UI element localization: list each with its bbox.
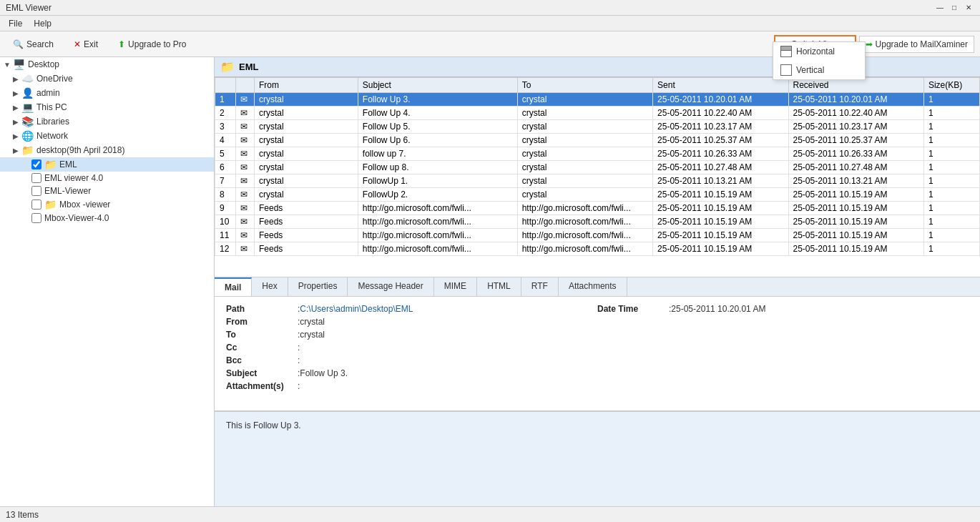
expand-icon: ▶ [11,118,20,126]
table-row[interactable]: 1 ✉ crystal Follow Up 3. crystal 25-05-2… [215,93,980,107]
close-button[interactable]: ✕ [963,2,974,14]
mboxviewer4-checkbox[interactable] [31,213,41,223]
tab-message-header[interactable]: Message Header [348,277,433,296]
row-subject: FollowUp 2. [358,188,517,202]
sidebar-item-desktop9april[interactable]: ▶ 📁 desktop(9th April 2018) [0,143,214,157]
row-subject: FollowUp 1. [358,174,517,188]
desktop-icon: 🖥️ [13,59,25,70]
sidebar-item-eml[interactable]: 📁 EML [0,157,214,172]
exit-button[interactable]: ✕ Exit [67,36,105,52]
sidebar-item-label: Mbox -viewer [59,200,110,210]
row-sent: 25-05-2011 10.25.37 AM [653,134,788,147]
sidebar-item-libraries[interactable]: ▶ 📚 Libraries [0,114,214,129]
row-received: 25-05-2011 10.15.19 AM [788,215,923,229]
row-to: crystal [517,107,652,120]
email-table: From Subject To Sent Received Size(KB) 1… [215,77,980,256]
expand-icon [21,187,30,195]
tab-mime[interactable]: MIME [434,277,477,296]
sidebar-item-label: EML-Viewer [44,186,91,196]
row-subject: Follow Up 6. [358,134,517,147]
sidebar-item-thispc[interactable]: ▶ 💻 This PC [0,100,214,114]
sidebar-item-mboxviewer4[interactable]: Mbox-Viewer-4.0 [0,212,214,225]
row-icon: ✉ [236,202,255,215]
subject-label: Subject [226,368,298,378]
row-icon: ✉ [236,93,255,107]
table-row[interactable]: 5 ✉ crystal follow up 7. crystal 25-05-2… [215,147,980,161]
datetime-value: 25-05-2011 10.20.01 AM [671,304,765,314]
cc-separator: : [298,343,300,353]
table-row[interactable]: 4 ✉ crystal Follow Up 6. crystal 25-05-2… [215,134,980,147]
sidebar-item-emlviewer40[interactable]: EML viewer 4.0 [0,172,214,184]
mail-body-text: This is Follow Up 3. [226,420,301,430]
table-row[interactable]: 8 ✉ crystal FollowUp 2. crystal 25-05-20… [215,188,980,202]
table-row[interactable]: 12 ✉ Feeds http://go.microsoft.com/fwli.… [215,242,980,256]
table-row[interactable]: 7 ✉ crystal FollowUp 1. crystal 25-05-20… [215,174,980,188]
table-row[interactable]: 3 ✉ crystal Follow Up 5. crystal 25-05-2… [215,120,980,134]
sidebar-item-desktop[interactable]: ▼ 🖥️ Desktop [0,57,214,72]
row-size: 1 [923,147,979,161]
sidebar-item-emlviewer[interactable]: EML-Viewer [0,184,214,197]
thispc-icon: 💻 [21,102,34,113]
row-icon: ✉ [236,174,255,188]
row-from: crystal [254,134,358,147]
sidebar-item-onedrive[interactable]: ▶ ☁️ OneDrive [0,72,214,86]
upgrade-pro-button[interactable]: ⬆ Upgrade to Pro [111,36,193,52]
email-folder-icon: 📁 [220,60,235,74]
row-from: crystal [254,174,358,188]
mboxviewer-checkbox[interactable] [31,200,41,210]
menu-file[interactable]: File [3,17,28,30]
horizontal-view-option[interactable]: Horizontal [773,42,865,61]
folder-name: EML [239,61,258,72]
minimize-button[interactable]: — [934,2,946,14]
mail-body: This is Follow Up 3. [215,411,980,506]
subject-row: Subject : Follow Up 3. [226,368,597,378]
col-subject[interactable]: Subject [358,78,517,93]
tab-html[interactable]: HTML [477,277,521,296]
tab-hex[interactable]: Hex [252,277,288,296]
search-button[interactable]: 🔍 Search [6,36,61,52]
row-size: 1 [923,242,979,256]
col-size[interactable]: Size(KB) [923,78,979,93]
to-label: To [226,330,298,340]
col-sent[interactable]: Sent [653,78,788,93]
row-icon: ✉ [236,242,255,256]
row-to: http://go.microsoft.com/fwli... [517,229,652,242]
row-sent: 25-05-2011 10.15.19 AM [653,202,788,215]
vertical-view-option[interactable]: Vertical [773,61,865,79]
mail-detail-left: Path : C:\Users\admin\Desktop\EML From :… [226,304,597,403]
window-title: EML Viewer [6,3,52,13]
email-table-wrapper[interactable]: From Subject To Sent Received Size(KB) 1… [215,77,980,277]
emlviewer40-checkbox[interactable] [31,173,41,183]
right-panel: 📁 EML From Subject To Sent Received Size… [215,57,980,506]
row-subject: http://go.microsoft.com/fwli... [358,202,517,215]
eml-checkbox[interactable] [31,159,41,169]
sidebar: ▼ 🖥️ Desktop ▶ ☁️ OneDrive ▶ 👤 admin ▶ 💻… [0,57,215,506]
table-row[interactable]: 2 ✉ crystal Follow Up 4. crystal 25-05-2… [215,107,980,120]
row-from: crystal [254,188,358,202]
sidebar-item-network[interactable]: ▶ 🌐 Network [0,129,214,143]
maximize-button[interactable]: □ [949,2,960,14]
table-row[interactable]: 10 ✉ Feeds http://go.microsoft.com/fwli.… [215,215,980,229]
sidebar-item-mboxviewer[interactable]: 📁 Mbox -viewer [0,197,214,212]
col-from[interactable]: From [254,78,358,93]
tab-rtf[interactable]: RTF [521,277,559,296]
upgrade-mailxaminer-button[interactable]: ➡ Upgrade to MailXaminer [859,36,974,53]
table-row[interactable]: 6 ✉ crystal Follow up 8. crystal 25-05-2… [215,161,980,174]
eml-folder-icon: 📁 [44,159,57,170]
tab-properties[interactable]: Properties [288,277,348,296]
menu-help[interactable]: Help [28,17,57,30]
datetime-row: Date Time : 25-05-2011 10.20.01 AM [597,304,969,314]
col-to[interactable]: To [517,78,652,93]
table-row[interactable]: 11 ✉ Feeds http://go.microsoft.com/fwli.… [215,229,980,242]
path-link[interactable]: C:\Users\admin\Desktop\EML [300,304,413,314]
row-sent: 25-05-2011 10.15.19 AM [653,242,788,256]
table-row[interactable]: 9 ✉ Feeds http://go.microsoft.com/fwli..… [215,202,980,215]
libraries-icon: 📚 [21,116,34,127]
upgrade-mailxaminer-icon: ➡ [866,39,873,49]
tab-attachments[interactable]: Attachments [559,277,627,296]
tab-mail[interactable]: Mail [215,277,252,296]
bcc-row: Bcc : [226,355,597,365]
emlviewer-checkbox[interactable] [31,186,41,196]
sidebar-item-admin[interactable]: ▶ 👤 admin [0,86,214,100]
subject-value: Follow Up 3. [300,368,348,378]
